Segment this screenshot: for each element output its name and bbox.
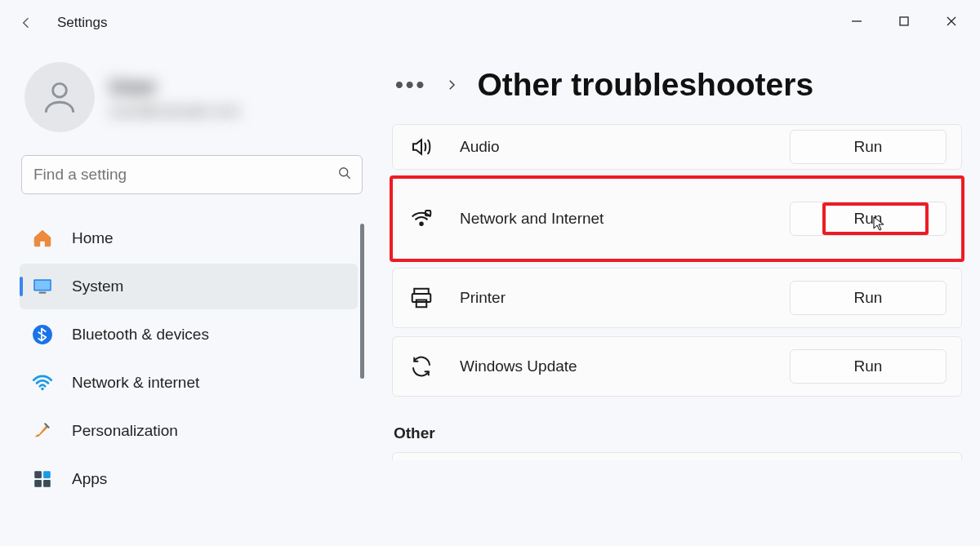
troubleshooter-label: Network and Internet bbox=[460, 210, 604, 228]
svg-rect-14 bbox=[34, 480, 42, 487]
section-heading-other: Other bbox=[394, 424, 962, 442]
app-title: Settings bbox=[57, 15, 107, 31]
troubleshooter-label: Printer bbox=[460, 289, 506, 307]
system-icon bbox=[31, 275, 54, 298]
apps-icon bbox=[31, 468, 54, 491]
sidebar-item-label: System bbox=[72, 277, 123, 295]
sidebar-nav: Home System Bluetooth & devices Network … bbox=[20, 215, 364, 502]
profile-block[interactable]: User user@example.com bbox=[20, 62, 364, 132]
search-input[interactable] bbox=[21, 155, 363, 194]
run-button-windows-update[interactable]: Run bbox=[790, 349, 947, 384]
run-button-printer[interactable]: Run bbox=[790, 281, 947, 315]
window-controls bbox=[833, 5, 975, 38]
svg-point-11 bbox=[41, 388, 43, 390]
title-bar: Settings bbox=[0, 0, 980, 46]
sidebar-item-personalization[interactable]: Personalization bbox=[20, 408, 358, 454]
next-card-sliver bbox=[392, 452, 962, 460]
main-content: ••• Other troubleshooters Audio Run bbox=[376, 46, 980, 546]
troubleshooter-card-printer: Printer Run bbox=[392, 268, 962, 328]
speaker-icon bbox=[408, 133, 435, 161]
troubleshooter-card-windows-update: Windows Update Run bbox=[392, 336, 962, 397]
update-arrows-icon bbox=[408, 353, 435, 380]
sidebar-item-label: Apps bbox=[72, 470, 107, 488]
troubleshooter-label: Audio bbox=[460, 138, 500, 156]
breadcrumb: ••• Other troubleshooters bbox=[395, 67, 962, 103]
troubleshooter-card-audio: Audio Run bbox=[392, 124, 962, 170]
troubleshooter-card-network-wrapper: Network and Internet Run bbox=[392, 178, 962, 260]
wifi-icon bbox=[31, 371, 54, 394]
svg-line-6 bbox=[347, 175, 350, 179]
sidebar-item-label: Personalization bbox=[72, 422, 178, 440]
svg-rect-8 bbox=[35, 281, 50, 290]
sidebar-item-label: Bluetooth & devices bbox=[72, 326, 209, 344]
svg-rect-1 bbox=[900, 17, 908, 25]
home-icon bbox=[31, 227, 54, 250]
sidebar: User user@example.com Home Sy bbox=[0, 46, 376, 546]
svg-rect-19 bbox=[412, 294, 431, 302]
chevron-right-icon bbox=[444, 78, 459, 92]
sidebar-item-home[interactable]: Home bbox=[20, 215, 358, 261]
profile-text: User user@example.com bbox=[109, 74, 240, 120]
svg-point-16 bbox=[420, 223, 423, 226]
maximize-button[interactable] bbox=[880, 5, 928, 38]
sidebar-item-label: Network & internet bbox=[72, 374, 199, 392]
close-button[interactable] bbox=[928, 5, 975, 38]
run-button-audio[interactable]: Run bbox=[790, 130, 947, 164]
svg-point-4 bbox=[53, 83, 67, 97]
paintbrush-icon bbox=[31, 419, 54, 442]
search-container bbox=[21, 155, 363, 194]
sidebar-item-network[interactable]: Network & internet bbox=[20, 360, 358, 406]
network-wifi-icon bbox=[408, 205, 435, 233]
minimize-button[interactable] bbox=[833, 5, 880, 38]
troubleshooter-label: Windows Update bbox=[460, 357, 577, 375]
printer-icon bbox=[408, 284, 435, 312]
avatar bbox=[24, 62, 95, 132]
svg-rect-17 bbox=[425, 211, 430, 215]
bluetooth-icon bbox=[31, 323, 54, 346]
svg-rect-12 bbox=[34, 471, 42, 478]
run-button-network[interactable]: Run bbox=[790, 202, 947, 236]
svg-rect-15 bbox=[43, 480, 51, 487]
profile-email: user@example.com bbox=[109, 103, 240, 120]
back-button[interactable] bbox=[18, 15, 34, 31]
search-icon bbox=[336, 165, 353, 184]
sidebar-item-label: Home bbox=[72, 229, 114, 247]
breadcrumb-ellipsis-button[interactable]: ••• bbox=[395, 73, 426, 96]
sidebar-item-apps[interactable]: Apps bbox=[20, 456, 358, 502]
sidebar-item-system[interactable]: System bbox=[20, 264, 358, 309]
sidebar-item-bluetooth[interactable]: Bluetooth & devices bbox=[20, 312, 358, 357]
svg-rect-20 bbox=[416, 300, 427, 308]
svg-rect-13 bbox=[43, 471, 51, 478]
svg-rect-9 bbox=[39, 292, 47, 294]
page-title: Other troubleshooters bbox=[477, 67, 813, 103]
sidebar-scrollbar[interactable] bbox=[360, 224, 364, 379]
svg-point-5 bbox=[340, 168, 348, 176]
troubleshooter-list: Audio Run Network and Internet Run bbox=[392, 124, 962, 397]
profile-name: User bbox=[109, 74, 240, 100]
troubleshooter-card-network: Network and Internet Run bbox=[392, 178, 962, 260]
